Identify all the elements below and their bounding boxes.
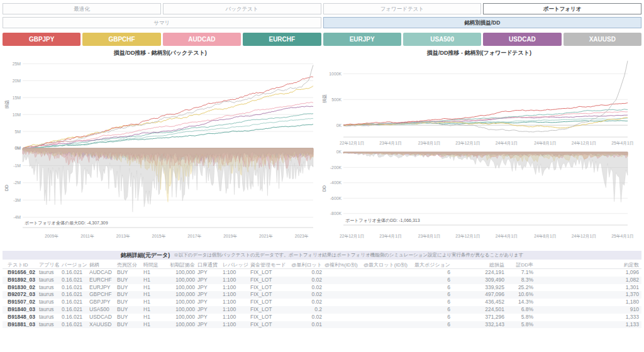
table-row[interactable]: B91881_03taurus0.16.021XAUUSDBUYH1100,00… <box>3 321 641 329</box>
table-cell: taurus <box>39 306 62 314</box>
svg-text:0K: 0K <box>336 150 342 154</box>
svg-text:25M: 25M <box>13 62 21 66</box>
table-cell: 0.16.021 <box>62 306 89 314</box>
table-row[interactable]: B91892_03taurus0.16.021EURCHFBUYH1100,00… <box>3 277 641 284</box>
table-row[interactable]: B91848_03taurus0.16.021USDCADBUYH1100,00… <box>3 314 641 321</box>
table-cell: H1 <box>143 269 162 277</box>
tab-optimization[interactable]: 最適化 <box>3 3 161 14</box>
table-cell: 0.16.021 <box>62 321 89 329</box>
table-cell: FIX_LOT <box>250 284 291 292</box>
table-cell: 100,000 <box>162 269 197 277</box>
column-header: @最大ロット(ID別) <box>364 261 414 268</box>
svg-text:-200K: -200K <box>330 165 342 170</box>
column-header: 時間足 <box>143 261 162 268</box>
table-cell <box>364 291 414 299</box>
table-row[interactable]: B91830_02taurus0.16.021EURJPYBUYH1100,00… <box>3 284 641 292</box>
table-cell: JPY <box>197 291 223 299</box>
table-cell: 10.6% <box>507 291 536 299</box>
svg-text:22年12月1日: 22年12月1日 <box>340 141 364 146</box>
table-cell: 309,490 <box>453 277 507 284</box>
table-cell: 1,370 <box>536 291 641 299</box>
tab-summary[interactable]: サマリ <box>3 17 321 28</box>
table-cell: 497,096 <box>453 291 507 299</box>
svg-text:2023年: 2023年 <box>295 234 309 238</box>
symbol-button-audcad[interactable]: AUDCAD <box>163 33 241 46</box>
table-cell: 0.02 <box>291 291 325 299</box>
column-header: 売買区分 <box>117 261 143 268</box>
table-cell: H1 <box>143 306 162 314</box>
table-cell <box>325 306 364 314</box>
charts-area: 損益/DD推移 - 銘柄別(バックテスト) 0M5M10M15M20M25M損益… <box>3 49 641 249</box>
table-cell: 0.16.021 <box>62 314 89 321</box>
table-cell <box>325 277 364 284</box>
table-row[interactable]: B91656_02taurus0.16.021AUDCADBUYH1100,00… <box>3 269 641 277</box>
table-cell: JPY <box>197 284 223 292</box>
table-cell: JPY <box>197 306 223 314</box>
backtest-chart: 損益/DD推移 - 銘柄別(バックテスト) 0M5M10M15M20M25M損益… <box>3 49 318 249</box>
symbol-button-usdcad[interactable]: USDCAD <box>483 33 561 46</box>
symbol-button-eurjpy[interactable]: EURJPY <box>323 33 401 46</box>
table-cell: 100,000 <box>162 306 197 314</box>
table-cell: 910 <box>536 306 641 314</box>
column-header: 銘柄 <box>89 261 117 268</box>
table-cell: EURJPY <box>89 284 117 292</box>
symbol-button-gbpchf[interactable]: GBPCHF <box>82 33 160 46</box>
table-cell: taurus <box>39 299 62 306</box>
table-cell: 6 <box>414 277 453 284</box>
table-cell: 1,301 <box>536 284 641 292</box>
svg-text:損益: 損益 <box>4 100 9 109</box>
tab-portfolio[interactable]: ポートフォリオ <box>483 3 641 14</box>
column-header: 初期証拠金 <box>162 261 197 268</box>
table-cell: B92072_03 <box>8 291 39 299</box>
table-cell: H1 <box>143 291 162 299</box>
table-cell: BUY <box>117 269 143 277</box>
table-cell <box>325 321 364 329</box>
backtest-chart-title: 損益/DD推移 - 銘柄別(バックテスト) <box>3 49 318 57</box>
table-cell: FIX_LOT <box>250 299 291 306</box>
svg-text:-400K: -400K <box>330 180 342 185</box>
table-row[interactable]: B91507_02taurus0.16.021GBPJPYBUYH1100,00… <box>3 299 641 306</box>
symbol-button-gbpjpy[interactable]: GBPJPY <box>3 33 80 46</box>
symbol-button-xauusd[interactable]: XAUUSD <box>564 33 641 46</box>
table-cell: XAUUSD <box>89 321 117 329</box>
svg-text:23年8月1日: 23年8月1日 <box>418 234 441 239</box>
table-cell: 339,925 <box>453 284 507 292</box>
table-cell: FIX_LOT <box>250 277 291 284</box>
table-cell: 1:100 <box>223 299 250 306</box>
table-cell: 5.8% <box>507 321 536 329</box>
table-cell: 0.16.021 <box>62 277 89 284</box>
table-cell <box>325 284 364 292</box>
svg-text:24年4月1日: 24年4月1日 <box>496 141 518 146</box>
table-cell <box>364 314 414 321</box>
table-cell: 224,501 <box>453 306 507 314</box>
svg-text:-800K: -800K <box>330 211 342 216</box>
table-cell <box>364 277 414 284</box>
symbol-button-usa500[interactable]: USA500 <box>403 33 481 46</box>
table-cell <box>325 314 364 321</box>
tab-pnl-dd-by-symbol[interactable]: 銘柄別損益/DD <box>323 17 642 28</box>
table-cell: H1 <box>143 284 162 292</box>
svg-text:5M: 5M <box>15 129 21 134</box>
column-header: 資金管理モード <box>250 261 291 268</box>
table-cell: taurus <box>39 321 62 329</box>
svg-text:-4M: -4M <box>13 215 21 219</box>
table-cell: taurus <box>39 291 62 299</box>
svg-text:15M: 15M <box>13 96 21 100</box>
table-cell: AUDCAD <box>89 269 117 277</box>
tab-forward-test[interactable]: フォワードテスト <box>323 3 482 14</box>
table-cell: 1:100 <box>223 291 250 299</box>
symbol-button-eurchf[interactable]: EURCHF <box>243 33 321 46</box>
table-row[interactable]: B92072_03taurus0.16.021GBPCHFBUYH1100,00… <box>3 291 641 299</box>
table-cell: BUY <box>117 277 143 284</box>
svg-text:500K: 500K <box>331 97 341 102</box>
table-cell: B91840_03 <box>8 306 39 314</box>
svg-text:22年12月1日: 22年12月1日 <box>340 234 364 239</box>
svg-text:24年12月1日: 24年12月1日 <box>572 141 596 146</box>
column-header: 口座通貨 <box>197 261 223 268</box>
svg-text:20M: 20M <box>13 79 21 83</box>
column-header: @単利ロット <box>291 261 325 268</box>
table-row[interactable]: B91840_03taurus0.16.021USA500BUYH1100,00… <box>3 306 641 314</box>
table-cell: 100,000 <box>162 277 197 284</box>
svg-text:2019年: 2019年 <box>223 234 237 238</box>
tab-backtest[interactable]: バックテスト <box>163 3 321 14</box>
